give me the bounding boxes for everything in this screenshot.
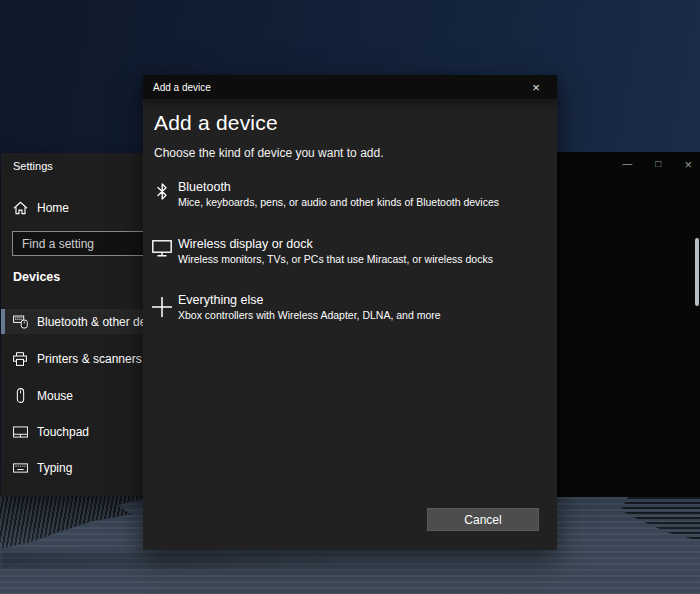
option-description: Wireless monitors, TVs, or PCs that use … — [178, 253, 493, 266]
dialog-subtitle: Choose the kind of device you want to ad… — [154, 146, 383, 160]
background-app-window: — □ × — [557, 152, 700, 497]
settings-window-title: Settings — [13, 160, 53, 172]
plus-icon — [150, 296, 174, 318]
mouse-icon — [12, 388, 28, 403]
dialog-titlebar: Add a device — [143, 75, 557, 99]
maximize-icon[interactable]: □ — [655, 159, 661, 169]
minimize-icon[interactable]: — — [622, 159, 632, 169]
printer-icon — [12, 352, 28, 366]
option-title: Wireless display or dock — [178, 237, 493, 252]
sidebar-item-label: Mouse — [37, 389, 73, 403]
option-title: Bluetooth — [178, 180, 499, 195]
dialog-heading: Add a device — [154, 111, 278, 135]
sidebar-item-label: Home — [37, 201, 69, 215]
sidebar-item-label: Printers & scanners — [37, 352, 142, 366]
sidebar-item-label: Typing — [37, 461, 72, 475]
devices-section-header: Devices — [13, 270, 60, 284]
option-everything-else[interactable]: Everything else Xbox controllers with Wi… — [150, 291, 546, 327]
option-description: Xbox controllers with Wireless Adapter, … — [178, 309, 441, 322]
add-device-dialog: Add a device × Add a device Choose the k… — [143, 75, 557, 550]
option-wireless-display[interactable]: Wireless display or dock Wireless monito… — [150, 235, 546, 271]
close-icon[interactable]: × — [684, 158, 692, 171]
keyboard-icon — [12, 463, 28, 473]
window-caption-buttons: — □ × — [622, 152, 692, 176]
bluetooth-devices-icon — [12, 315, 28, 329]
cancel-button[interactable]: Cancel — [427, 508, 539, 531]
home-icon — [12, 201, 28, 215]
sidebar-item-label: Touchpad — [37, 425, 89, 439]
touchpad-icon — [12, 426, 28, 438]
wireless-display-icon — [150, 240, 174, 257]
dialog-close-button[interactable]: × — [523, 75, 549, 99]
wallpaper-water-shadow — [0, 552, 340, 568]
option-description: Mice, keyboards, pens, or audio and othe… — [178, 196, 499, 209]
scrollbar-thumb[interactable] — [695, 238, 699, 306]
dialog-title: Add a device — [153, 82, 211, 93]
option-title: Everything else — [178, 293, 441, 308]
option-bluetooth[interactable]: Bluetooth Mice, keyboards, pens, or audi… — [150, 178, 546, 214]
bluetooth-icon — [150, 183, 174, 200]
